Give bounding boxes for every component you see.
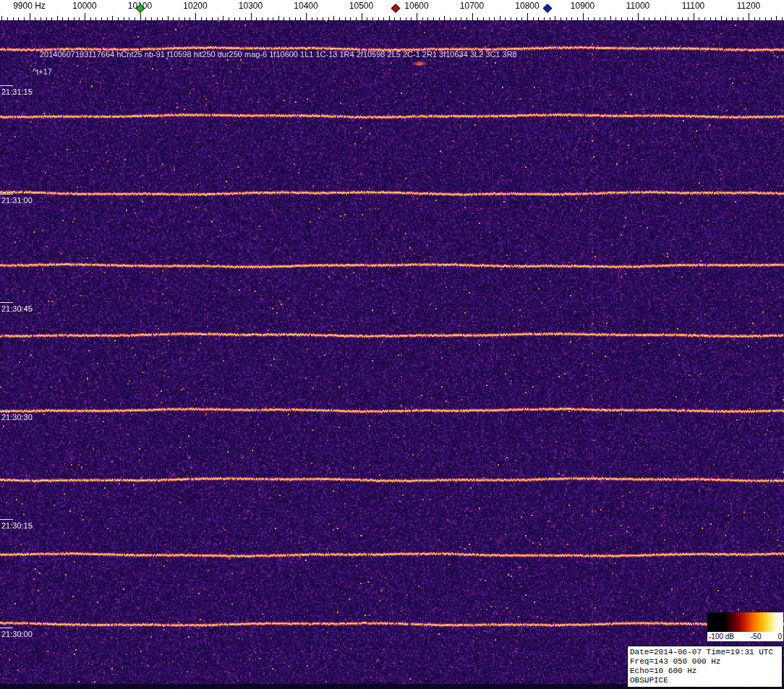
time-offset-annotation: ^t+17 [33, 67, 52, 76]
ruler-tick [90, 17, 91, 20]
ruler-tick [51, 17, 52, 20]
ruler-tick [621, 17, 622, 20]
colorbar: -100 dB -50 0 [707, 612, 783, 641]
ruler-tick [765, 17, 766, 20]
ruler-tick [284, 17, 284, 20]
ruler-tick [367, 17, 367, 20]
time-label: 21:30:45 [1, 304, 33, 313]
info-freq-line: Freq=143 050 000 Hz [630, 657, 780, 667]
ruler-tick [738, 17, 738, 20]
waterfall-canvas[interactable] [0, 20, 784, 689]
ruler-tick [699, 17, 699, 20]
time-tick [0, 628, 13, 628]
ruler-tick [561, 17, 561, 20]
ruler-label: 10400 [294, 1, 318, 11]
ruler-tick [268, 17, 268, 20]
ruler-tick [671, 17, 672, 20]
ruler-tick [317, 17, 318, 20]
detection-annotation: 20140607193117664 hCnt25 nb-91 f10598 hi… [40, 50, 517, 59]
ruler-tick [516, 17, 517, 20]
ruler-label: 10600 [404, 1, 428, 11]
ruler-tick [615, 17, 616, 20]
ruler-tick [555, 16, 555, 20]
ruler-tick [101, 17, 102, 20]
ruler-tick [295, 17, 296, 20]
ruler-tick [57, 16, 58, 20]
ruler-tick [427, 17, 428, 20]
ruler-tick [372, 17, 373, 20]
ruler-label: 10500 [349, 1, 373, 11]
ruler-tick [588, 17, 589, 20]
ruler-tick [411, 17, 412, 20]
ruler-tick [571, 17, 572, 20]
ruler-tick [456, 17, 456, 20]
time-tick [0, 519, 13, 520]
ruler-tick [527, 13, 528, 20]
ruler-tick [35, 17, 35, 20]
ruler-tick [694, 13, 694, 20]
ruler-tick [577, 17, 578, 20]
ruler-tick [749, 13, 749, 20]
ruler-tick [201, 17, 202, 20]
ruler-tick [85, 13, 85, 20]
ruler-tick [124, 17, 124, 20]
ruler-tick [466, 17, 467, 20]
ruler-label: 10300 [239, 1, 263, 11]
ruler-tick [68, 17, 69, 20]
ruler-tick [417, 13, 417, 20]
ruler-tick [118, 17, 119, 20]
ruler-tick [195, 13, 196, 20]
ruler-tick [13, 17, 14, 20]
ruler-tick [41, 17, 41, 20]
info-date-line: Date=2014-06-07 Time=19:31 UTC [630, 648, 780, 657]
time-label: 21:30:15 [1, 521, 33, 530]
ruler-tick [644, 17, 644, 20]
ruler-tick [251, 13, 252, 20]
ruler-tick [140, 13, 141, 20]
ruler-tick [157, 17, 158, 20]
ruler-tick [362, 13, 362, 20]
ruler-tick [262, 17, 263, 20]
ruler-tick [439, 17, 440, 20]
ruler-tick [300, 17, 301, 20]
ruler-tick [151, 17, 152, 20]
ruler-tick [328, 17, 329, 20]
ruler-tick [400, 17, 401, 20]
ruler-tick [62, 17, 63, 20]
ruler-tick [145, 17, 146, 20]
ruler-tick [743, 17, 743, 20]
ruler-tick [461, 17, 461, 20]
ruler-tick [350, 17, 351, 20]
ruler-tick [726, 17, 727, 20]
ruler-tick [74, 17, 74, 20]
blue-freq-marker-icon[interactable] [543, 4, 553, 13]
ruler-tick [107, 17, 108, 20]
ruler-tick [505, 17, 506, 20]
ruler-tick [394, 17, 395, 20]
ruler-tick [30, 13, 30, 20]
ruler-tick [638, 13, 639, 20]
ruler-tick [610, 16, 611, 20]
ruler-tick [682, 17, 683, 20]
frequency-ruler[interactable]: 9900 Hz100001010010200103001040010500106… [0, 0, 784, 20]
spectrogram-app: 9900 Hz100001010010200103001040010500106… [0, 0, 784, 689]
ruler-tick [306, 13, 307, 20]
ruler-tick [273, 17, 273, 20]
red-freq-marker-icon[interactable] [391, 4, 401, 13]
ruler-tick [239, 17, 240, 20]
colorbar-labels: -100 dB -50 0 [707, 632, 783, 641]
ruler-tick [7, 17, 8, 20]
ruler-tick [660, 17, 661, 20]
time-label: 21:31:00 [1, 196, 33, 205]
ruler-tick [472, 13, 473, 20]
ruler-tick [95, 17, 96, 20]
ruler-tick [494, 17, 495, 20]
time-label: 21:30:30 [1, 413, 33, 421]
ruler-tick [521, 17, 522, 20]
ruler-label: 10700 [460, 1, 484, 11]
time-tick [0, 411, 13, 411]
ruler-label: 10900 [571, 1, 595, 11]
ruler-tick [312, 17, 312, 20]
ruler-tick [511, 17, 511, 20]
ruler-tick [715, 17, 716, 20]
